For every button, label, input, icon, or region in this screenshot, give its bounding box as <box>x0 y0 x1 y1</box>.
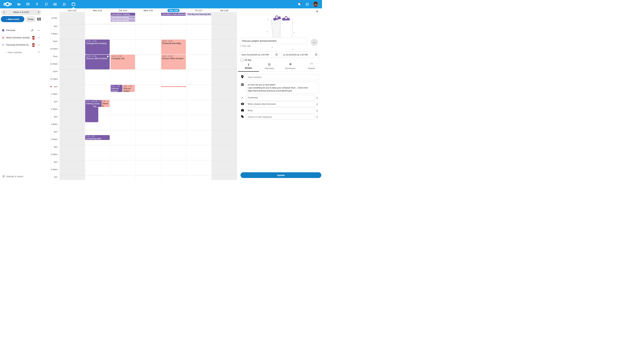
calendar-item-personal[interactable]: Personal ••• <box>0 27 49 34</box>
time-label: 9:30am <box>50 33 59 40</box>
location-input[interactable] <box>246 74 319 80</box>
time-label: 7pm <box>50 176 59 180</box>
new-event-button[interactable]: + New event <box>1 16 24 22</box>
tab-attendees[interactable]: Attendees <box>259 63 280 71</box>
files-app-icon[interactable] <box>17 2 21 6</box>
event-management-meeting[interactable]: 10:00 - 11:00 management meeting <box>85 39 110 54</box>
day-header-fri[interactable]: Fri 1/17 <box>186 9 212 12</box>
time-label: 2:30pm <box>50 108 59 116</box>
description-textarea[interactable] <box>246 82 319 93</box>
update-button[interactable]: Update <box>240 172 321 178</box>
calendar-item-personal-christine[interactable]: Personal (Christine Schott) ••• <box>0 41 49 48</box>
time-gutter: 9am9:30am10am10:30am11am11:30am12pm12:30… <box>50 25 59 180</box>
end-datetime-field[interactable] <box>282 51 319 58</box>
notifications-bell-icon[interactable] <box>297 2 301 6</box>
event-discuss-office-furniture-thu[interactable]: 11:00 - 12:00 Discuss office furniture <box>161 55 186 69</box>
time-label: 12:30pm <box>50 78 59 85</box>
top-bar <box>0 0 322 8</box>
tab-reminders[interactable]: Reminders <box>280 63 301 71</box>
settings-import-button[interactable]: ⚙ Settings & import <box>2 175 48 179</box>
event-purchasing-dept[interactable]: 4:20 - 4:40 purchasing dept <box>85 135 110 140</box>
nextcloud-logo-icon[interactable] <box>3 2 12 7</box>
visibility-info-icon[interactable]: i <box>316 103 318 106</box>
allday-event[interactable]: The Big Line Dancing Show <box>186 13 211 16</box>
tab-repeat[interactable]: Repeat <box>301 63 322 71</box>
categories-info-icon[interactable]: i <box>316 116 318 118</box>
sharer-avatar <box>32 43 36 47</box>
talk-app-icon[interactable] <box>44 2 48 6</box>
tab-details[interactable]: i Details <box>238 63 259 71</box>
time-label: 2pm <box>50 101 59 108</box>
day-header-tue[interactable]: Tue 1/14 <box>110 9 136 12</box>
time-label: 11:30am <box>50 63 59 70</box>
allday-event-cancelled[interactable]: Line dance training <box>111 19 135 22</box>
event-phonecall-with-abby[interactable]: 10:00 - 11:00 Phonecall with Abby <box>161 39 186 54</box>
start-datetime-field[interactable] <box>240 51 280 58</box>
plus-icon: + <box>38 50 40 54</box>
visibility-select[interactable]: When shared show full event <box>246 101 314 107</box>
end-datetime-input[interactable] <box>282 51 319 58</box>
contacts-menu-icon[interactable] <box>306 2 309 6</box>
view-toggle-icon[interactable] <box>37 17 42 21</box>
active-app-indicator <box>72 7 75 8</box>
time-label: 11am <box>50 55 59 63</box>
time-label: 10:30am <box>50 48 59 55</box>
settings-label: Settings & import <box>6 175 23 178</box>
allday-event-cancelled[interactable]: Line dance training <box>111 16 135 19</box>
close-icon[interactable]: × <box>315 9 319 14</box>
calendar-more-icon[interactable]: ••• <box>38 29 40 31</box>
photos-app-icon[interactable] <box>26 2 30 6</box>
current-time-line <box>161 86 186 87</box>
new-calendar-label: + New calendar <box>6 51 22 54</box>
new-calendar-button[interactable]: + New calendar + <box>0 49 49 56</box>
categories-tag-icon <box>241 115 244 119</box>
calendar-name: Work (Christine Schott) <box>6 36 30 39</box>
today-button[interactable]: Today <box>25 16 36 22</box>
calendar-color-dot <box>2 29 4 31</box>
calendar-item-work-christine[interactable]: Work (Christine Schott) ••• <box>0 34 49 41</box>
all-day-label[interactable]: All day <box>244 59 252 61</box>
time-label: 6:30pm <box>50 168 59 176</box>
event-more-actions-icon[interactable]: ••• <box>311 39 318 46</box>
day-header-sat[interactable]: Sat 1/18 <box>212 9 237 12</box>
event-check-in-salmon[interactable]: 2:00 - 2:30 check-in <box>102 100 110 107</box>
calendar-app-icon[interactable] <box>72 2 75 6</box>
event-title-input[interactable] <box>240 37 307 44</box>
day-header-sun[interactable]: Sun 1/12 <box>60 9 85 12</box>
all-day-checkbox[interactable] <box>241 59 244 62</box>
calendar-more-icon[interactable]: ••• <box>38 44 40 46</box>
status-info-icon[interactable]: i <box>316 96 318 99</box>
gear-icon: ⚙ <box>2 175 5 178</box>
busy-briefcase-icon <box>241 109 244 112</box>
timezone-globe-icon[interactable] <box>275 53 278 57</box>
status-select[interactable]: Confirmed <box>246 95 314 101</box>
day-header-wed[interactable]: Wed 1/15 <box>136 9 161 12</box>
categories-input[interactable] <box>246 114 314 120</box>
calendar-more-icon[interactable]: ••• <box>38 37 40 39</box>
day-header-thu-today[interactable]: Thu 1/16 <box>161 9 186 12</box>
event-discuss-project[interactable]: 1:00 - 1:30 Discuss project <box>123 85 135 92</box>
start-datetime-input[interactable] <box>240 51 280 58</box>
current-time-arrow-icon <box>51 86 52 87</box>
week-label[interactable]: Week 3 of 2020 <box>6 9 36 15</box>
mail-app-icon[interactable] <box>53 2 57 6</box>
time-label: 4pm <box>50 131 59 138</box>
event-check-in-purple[interactable]: 2:00 - 2:30 check-in <box>93 100 102 107</box>
event-discuss-project-announcement[interactable]: 1:00 - 1:30 Discuss project announcement <box>111 85 122 92</box>
event-company-call[interactable]: 11:00 - 12:00 Company call <box>110 55 135 69</box>
timezone-globe-icon[interactable] <box>315 53 318 57</box>
status-check-icon: ✓ <box>241 96 243 99</box>
activity-app-icon[interactable] <box>35 2 39 6</box>
repeat-icon <box>301 63 322 66</box>
contacts-app-icon[interactable] <box>62 2 66 6</box>
event-discuss-office-furniture-mon[interactable]: 11:00 - 12:00 Discuss office furniture <box>85 55 110 69</box>
allday-event[interactable]: Line dance main rehearsal <box>161 13 186 16</box>
allday-event[interactable]: Line Dance Training <box>111 13 135 16</box>
availability-info-icon[interactable]: i <box>316 109 318 112</box>
next-week-button[interactable] <box>36 10 41 14</box>
share-link-icon[interactable] <box>31 29 34 32</box>
user-avatar[interactable] <box>313 1 318 7</box>
availability-select[interactable]: Busy <box>246 108 314 113</box>
previous-week-button[interactable] <box>2 10 6 14</box>
day-header-mon[interactable]: Mon 1/13 <box>85 9 110 12</box>
